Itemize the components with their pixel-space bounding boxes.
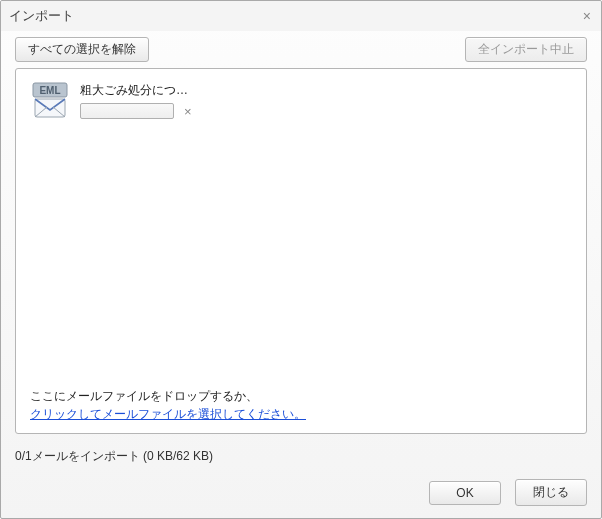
import-item-filename: 粗大ごみ処分につ…: [80, 81, 192, 99]
eml-badge-text: EML: [39, 85, 60, 96]
status-bar: 0/1メールをインポート (0 KB/62 KB): [1, 444, 601, 473]
deselect-all-button[interactable]: すべての選択を解除: [15, 37, 149, 62]
dialog-footer: OK 閉じる: [1, 473, 601, 518]
close-button[interactable]: 閉じる: [515, 479, 587, 506]
cancel-item-icon[interactable]: ×: [184, 105, 192, 118]
drop-hint: ここにメールファイルをドロップするか、 クリックしてメールファイルを選択してくだ…: [30, 387, 572, 423]
status-text: 0/1メールをインポート (0 KB/62 KB): [15, 449, 213, 463]
import-dialog: インポート × すべての選択を解除 全インポート中止 EML 粗大ごみ処分につ…: [0, 0, 602, 519]
import-item-controls: ×: [80, 103, 192, 119]
toolbar: すべての選択を解除 全インポート中止: [1, 31, 601, 68]
stop-all-imports-button: 全インポート中止: [465, 37, 587, 62]
browse-files-link[interactable]: クリックしてメールファイルを選択してください。: [30, 407, 306, 421]
drop-hint-text: ここにメールファイルをドロップするか、: [30, 389, 258, 403]
import-item-info: 粗大ごみ処分につ… ×: [80, 81, 192, 119]
ok-button[interactable]: OK: [429, 481, 501, 505]
file-drop-area[interactable]: EML 粗大ごみ処分につ… × ここにメールファイルをドロップするか、 クリック…: [15, 68, 587, 434]
import-item-progress: [80, 103, 174, 119]
close-icon[interactable]: ×: [583, 9, 591, 23]
import-item: EML 粗大ごみ処分につ… ×: [30, 81, 572, 121]
eml-file-icon: EML: [30, 81, 70, 121]
dialog-title: インポート: [9, 7, 74, 25]
titlebar: インポート ×: [1, 1, 601, 31]
